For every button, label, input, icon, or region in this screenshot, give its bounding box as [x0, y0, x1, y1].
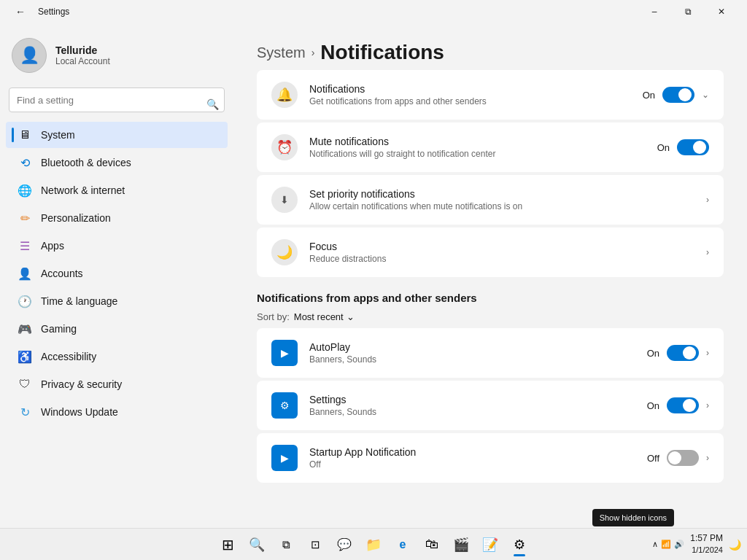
store-button[interactable]: 🛍 [419, 532, 445, 558]
sort-dropdown[interactable]: Most recent ⌄ [294, 311, 355, 322]
volume-tray-icon[interactable]: 🔊 [674, 540, 684, 549]
mute-subtitle: Notifications will go straight to notifi… [309, 149, 657, 159]
mute-status: On [657, 142, 670, 153]
sidebar-item-privacy[interactable]: 🛡 Privacy & security [6, 371, 228, 397]
autoplay-status: On [647, 348, 659, 359]
sort-label: Sort by: [257, 311, 290, 322]
startup-app-title: Startup App Notification [309, 446, 647, 458]
notes-button[interactable]: 📝 [477, 532, 503, 558]
clock[interactable]: 1:57 PM 1/1/2024 [690, 532, 723, 556]
settings-app-chevron-right-icon[interactable]: › [706, 400, 709, 411]
notifications-chevron-down-icon[interactable]: ⌄ [702, 90, 709, 100]
search-icon[interactable]: 🔍 [206, 98, 219, 110]
tray-expand-icon[interactable]: ∧ [652, 540, 658, 549]
startup-app-subtitle: Off [309, 459, 647, 470]
notifications-setting-card[interactable]: 🔔 Notifications Get notifications from a… [257, 70, 724, 120]
media-button[interactable]: 🎬 [448, 532, 474, 558]
date-display: 1/1/2024 [690, 545, 723, 556]
sidebar-item-personalization[interactable]: ✏ Personalization [6, 205, 228, 231]
sidebar-item-label: Privacy & security [41, 378, 122, 390]
sidebar-item-label: Windows Update [41, 406, 118, 418]
sidebar-item-bluetooth[interactable]: ⟲ Bluetooth & devices [6, 149, 228, 176]
sidebar-item-label: Gaming [41, 323, 77, 335]
title-bar-left: ← Settings [9, 0, 69, 23]
settings-app-text: Settings Banners, Sounds [309, 394, 647, 417]
minimize-button[interactable]: – [638, 0, 671, 23]
search-taskbar-button[interactable]: 🔍 [244, 532, 270, 558]
restore-button[interactable]: ⧉ [671, 0, 705, 23]
priority-chevron-right-icon[interactable]: › [706, 195, 709, 205]
sidebar-item-label: Personalization [41, 212, 111, 224]
mute-icon: ⏰ [271, 134, 298, 160]
close-button[interactable]: ✕ [705, 0, 738, 23]
mute-setting-card[interactable]: ⏰ Mute notifications Notifications will … [257, 122, 724, 172]
system-icon: 🖥 [18, 128, 32, 142]
search-input[interactable] [9, 88, 225, 112]
settings-app-card[interactable]: ⚙ Settings Banners, Sounds On › [257, 381, 724, 430]
settings-app-status: On [647, 400, 659, 411]
taskview-button[interactable]: ⧉ [273, 532, 299, 558]
widgets-button[interactable]: ⊡ [302, 532, 328, 558]
settings-app-title: Settings [309, 394, 647, 405]
focus-title: Focus [309, 241, 706, 252]
sidebar-item-apps[interactable]: ☰ Apps [6, 233, 228, 259]
startup-app-card[interactable]: ▶ Startup App Notification Off Off › [257, 433, 724, 483]
notifications-toggle[interactable] [662, 87, 694, 103]
sidebar: 👤 Telluride Local Account 🔍 🖥 System ⟲ B… [0, 23, 233, 528]
breadcrumb-separator: › [311, 47, 315, 58]
app-container: 👤 Telluride Local Account 🔍 🖥 System ⟲ B… [0, 23, 747, 528]
breadcrumb-parent[interactable]: System [257, 44, 306, 61]
autoplay-app-card[interactable]: ▶ AutoPlay Banners, Sounds On › [257, 328, 724, 378]
sidebar-item-accessibility[interactable]: ♿ Accessibility [6, 343, 228, 370]
focus-chevron-right-icon[interactable]: › [706, 247, 709, 257]
notification-badge-icon[interactable]: 🌙 [729, 539, 741, 551]
apps-section-header: Notifications from apps and other sender… [257, 292, 724, 304]
startup-app-chevron-right-icon[interactable]: › [706, 453, 709, 463]
personalization-icon: ✏ [18, 211, 32, 225]
main-content: System › Notifications 🔔 Notifications G… [233, 23, 747, 528]
sidebar-item-network[interactable]: 🌐 Network & internet [6, 177, 228, 203]
sidebar-item-accounts[interactable]: 👤 Accounts [6, 260, 228, 287]
toggle-thumb [683, 346, 696, 359]
time-icon: 🕐 [18, 294, 32, 308]
avatar: 👤 [12, 38, 47, 73]
user-info: Telluride Local Account [55, 44, 110, 66]
autoplay-chevron-right-icon[interactable]: › [706, 348, 709, 358]
autoplay-toggle[interactable] [667, 345, 699, 361]
priority-icon: ⬇ [271, 187, 298, 213]
sidebar-item-time[interactable]: 🕐 Time & language [6, 288, 228, 314]
toggle-thumb [678, 88, 692, 101]
search-container: 🔍 [0, 88, 233, 121]
priority-setting-card[interactable]: ⬇ Set priority notifications Allow certa… [257, 175, 724, 225]
sidebar-item-label: Network & internet [41, 184, 125, 196]
edge-button[interactable]: e [390, 532, 416, 558]
explorer-button[interactable]: 📁 [360, 532, 387, 558]
network-tray-icon[interactable]: 📶 [661, 540, 671, 549]
sidebar-item-label: Accounts [41, 268, 83, 279]
sidebar-item-label: Accessibility [41, 351, 96, 362]
teams-button[interactable]: 💬 [331, 532, 357, 558]
start-button[interactable]: ⊞ [214, 532, 241, 558]
startup-app-toggle[interactable] [667, 450, 699, 466]
settings-app-toggle[interactable] [667, 397, 699, 413]
settings-taskbar-button[interactable]: ⚙ [506, 532, 533, 558]
back-button[interactable]: ← [9, 0, 32, 23]
sidebar-item-gaming[interactable]: 🎮 Gaming [6, 316, 228, 342]
mute-toggle[interactable] [677, 139, 709, 155]
user-profile[interactable]: 👤 Telluride Local Account [0, 29, 233, 88]
notifications-status: On [643, 90, 655, 101]
breadcrumb-current: Notifications [320, 41, 444, 64]
focus-setting-card[interactable]: 🌙 Focus Reduce distractions › [257, 228, 724, 277]
startup-app-controls: Off › [647, 450, 709, 466]
sidebar-item-label: Time & language [41, 295, 117, 307]
priority-text: Set priority notifications Allow certain… [309, 188, 706, 211]
sidebar-item-update[interactable]: ↻ Windows Update [6, 399, 228, 425]
toggle-thumb [683, 399, 696, 412]
autoplay-text: AutoPlay Banners, Sounds [309, 341, 647, 365]
startup-app-icon: ▶ [271, 445, 298, 471]
notifications-controls: On ⌄ [643, 87, 709, 103]
accessibility-icon: ♿ [18, 349, 32, 364]
startup-app-text: Startup App Notification Off [309, 446, 647, 470]
mute-title: Mute notifications [309, 136, 657, 147]
sidebar-item-system[interactable]: 🖥 System [6, 122, 228, 148]
